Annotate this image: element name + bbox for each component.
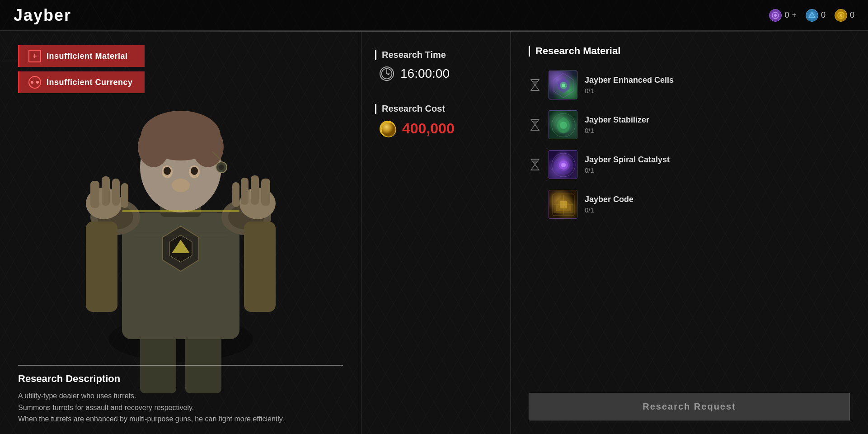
desc-line-3: When the turrets are enhanced by multi-p… [18,413,343,425]
svg-rect-32 [232,182,239,207]
material-count-1: 0/1 [585,87,674,94]
material-img-1 [549,71,577,99]
svg-point-53 [381,123,396,137]
currency-alert-icon [28,76,41,89]
material-name-1: Jayber Enhanced Cells [585,75,674,85]
research-time-label: Research Time [375,50,497,60]
material-count-4: 0/1 [585,206,633,214]
svg-text:$: $ [840,14,842,18]
purple-currency-icon [769,9,782,22]
currency-display: 0 + 0 $ 0 [769,9,854,22]
svg-point-9 [31,81,33,84]
svg-point-37 [192,127,224,167]
purple-currency-plus: + [792,10,797,20]
gold-coin-icon [380,121,396,137]
material-img-4 [549,190,577,219]
time-value-text: 16:00:00 [400,66,450,81]
research-btn-area: Research Request [529,393,850,420]
svg-point-59 [562,84,565,87]
header: Jayber 0 + 0 [0,0,868,31]
material-info-4: Jayber Code 0/1 [585,195,633,214]
alert-currency-text: Insufficient Currency [47,78,133,87]
svg-rect-26 [112,179,120,206]
svg-rect-27 [121,183,128,208]
currency-item-gold: $ 0 [835,9,854,22]
blue-currency-value: 0 [821,10,826,20]
desc-line-2: Summons turrets for assault and recovery… [18,402,343,414]
gold-currency-value: 0 [850,10,854,20]
svg-rect-30 [251,175,259,205]
page-title: Jayber [14,6,71,25]
desc-line-1: A utility-type dealer who uses turrets. [18,390,343,402]
material-info-1: Jayber Enhanced Cells 0/1 [585,75,674,94]
alert-insufficient-material: + Insufficient Material [18,45,145,67]
svg-line-52 [387,74,389,75]
svg-rect-21 [86,222,117,312]
material-item-1: Jayber Enhanced Cells 0/1 [529,71,850,99]
left-panel: + Insufficient Material Insufficient Cur… [0,32,361,434]
middle-panel: Research Time 16:00:00 Research Cost [361,32,511,434]
alert-material-text: Insufficient Material [47,52,128,61]
material-count-2: 0/1 [585,127,649,134]
research-request-button[interactable]: Research Request [529,393,850,420]
material-name-4: Jayber Code [585,195,633,204]
material-list: Jayber Enhanced Cells 0/1 [529,71,850,420]
main-content: + Insufficient Material Insufficient Cur… [0,32,868,434]
research-description: Research Description A utility-type deal… [18,365,343,425]
alert-insufficient-currency: Insufficient Currency [18,71,145,93]
svg-point-41 [191,167,198,175]
hourglass-icon-2 [529,118,541,131]
research-time-section: Research Time 16:00:00 [375,50,497,81]
svg-point-40 [164,167,171,175]
hourglass-icon-1 [529,79,541,91]
svg-point-69 [561,163,566,167]
material-info-3: Jayber Spiral Catalyst 0/1 [585,155,670,174]
currency-item-purple: 0 + [769,9,797,22]
research-desc-body: A utility-type dealer who uses turrets. … [18,390,343,425]
right-panel: Research Material [511,32,868,434]
research-cost-section: Research Cost [375,104,497,137]
material-alert-icon: + [28,50,41,62]
material-item-2: Jayber Stabilizer 0/1 [529,110,850,139]
research-cost-value: 400,000 [375,120,497,137]
material-count-3: 0/1 [585,166,670,174]
material-img-2 [549,110,577,139]
svg-point-50 [382,69,392,79]
material-info-2: Jayber Stabilizer 0/1 [585,115,649,134]
material-panel-title: Research Material [529,45,850,57]
svg-rect-24 [90,181,99,208]
blue-currency-icon [806,9,818,22]
gold-currency-icon: $ [835,9,847,22]
cost-amount-text: 400,000 [402,120,455,137]
currency-item-blue: 0 [806,9,826,22]
material-item-3: Jayber Spiral Catalyst 0/1 [529,150,850,179]
research-time-value: 16:00:00 [375,66,497,81]
svg-point-5 [774,14,777,17]
research-cost-label: Research Cost [375,104,497,114]
svg-point-44 [219,165,224,170]
svg-point-10 [36,81,39,84]
svg-point-64 [560,122,567,129]
svg-rect-25 [102,176,110,206]
svg-point-36 [138,127,169,167]
material-img-3 [549,150,577,179]
svg-point-42 [172,179,190,192]
alerts-container: + Insufficient Material Insufficient Cur… [18,45,145,93]
svg-rect-29 [261,179,270,206]
research-desc-title: Research Description [18,373,343,385]
svg-rect-22 [244,222,276,312]
material-name-2: Jayber Stabilizer [585,115,649,125]
hourglass-icon-3 [529,158,541,171]
svg-rect-31 [241,178,249,205]
material-item-4: Jayber Code 0/1 [529,190,850,219]
svg-marker-6 [809,12,815,18]
svg-rect-49 [122,210,239,212]
material-name-3: Jayber Spiral Catalyst [585,155,670,165]
clock-icon [380,66,394,81]
purple-currency-value: 0 [784,10,789,20]
